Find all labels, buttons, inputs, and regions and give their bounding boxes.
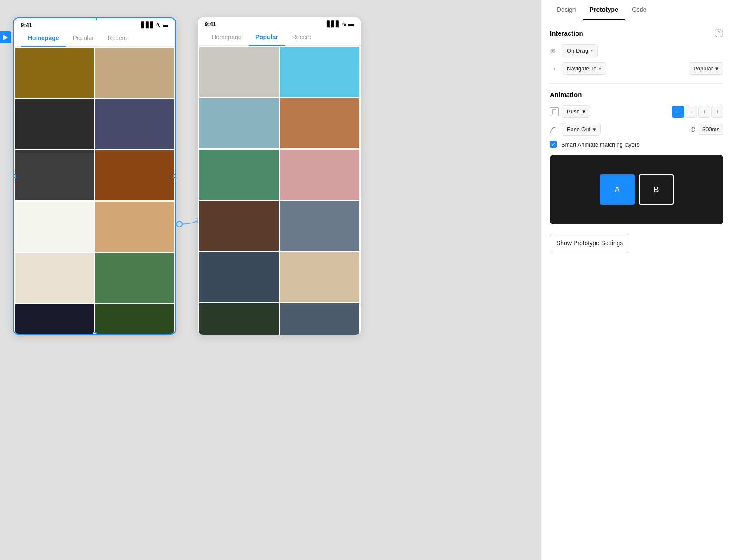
checkmark-icon: ✓ bbox=[552, 142, 556, 147]
phone-nav-tabs: Homepage Popular Recent bbox=[14, 30, 175, 47]
tab-popular[interactable]: Popular bbox=[66, 30, 101, 47]
animation-preview: A B bbox=[550, 155, 723, 224]
preview-boxes: A B bbox=[600, 174, 674, 205]
easing-label: Ease Out bbox=[567, 126, 590, 133]
status-icons: ▋▋▋ ∿ ▬ bbox=[141, 22, 168, 28]
handle-tm[interactable] bbox=[93, 17, 97, 20]
popular-grid-image-9 bbox=[199, 252, 279, 302]
popular-grid-image-6 bbox=[280, 150, 359, 200]
handle-bm[interactable] bbox=[93, 332, 97, 335]
help-icon[interactable]: ? bbox=[715, 29, 723, 37]
easing-curve-icon bbox=[550, 125, 559, 134]
trigger-label: On Drag bbox=[567, 47, 588, 54]
popular-frame: Popular 9:41 ▋▋▋ ∿ ▬ Homepage Popular Re… bbox=[198, 17, 361, 335]
navigate-chevron: ▾ bbox=[599, 66, 601, 71]
svg-point-0 bbox=[177, 221, 182, 227]
popular-grid-image-1 bbox=[199, 47, 279, 97]
image-grid-popular bbox=[198, 46, 361, 335]
tab-prototype[interactable]: Prototype bbox=[583, 0, 625, 20]
preview-box-b: B bbox=[639, 174, 674, 205]
dir-down-btn[interactable]: ↓ bbox=[698, 106, 710, 118]
easing-dropdown[interactable]: Ease Out ▾ bbox=[562, 123, 601, 136]
timer-icon: ⏱ bbox=[690, 126, 696, 133]
panel-content: Interaction ? ⊕ On Drag ▾ → Navigate To … bbox=[541, 20, 732, 560]
handle-br[interactable] bbox=[173, 332, 176, 335]
navigate-arrow-icon: → bbox=[550, 65, 559, 73]
tab-code[interactable]: Code bbox=[625, 0, 653, 20]
preview-box-a: A bbox=[600, 174, 635, 205]
popular-grid-image-11 bbox=[199, 303, 279, 335]
battery-icon: ▬ bbox=[163, 22, 168, 28]
dir-right-btn[interactable]: → bbox=[685, 106, 697, 118]
status-time: 9:41 bbox=[21, 22, 32, 28]
grid-image-11 bbox=[15, 304, 94, 335]
dir-left-btn[interactable]: ← bbox=[672, 106, 684, 118]
signal-icon: ▋▋▋ bbox=[141, 22, 154, 28]
prototype-settings-label: Show Prototype Settings bbox=[556, 240, 623, 247]
popular-tab-recent[interactable]: Recent bbox=[285, 29, 318, 46]
canvas: Homepage 9:41 ▋▋▋ ∿ ▬ Homepage Popular R… bbox=[0, 0, 541, 560]
wifi-icon: ∿ bbox=[156, 22, 161, 28]
smart-animate-label: Smart Animate matching layers bbox=[561, 141, 639, 148]
popular-grid-image-12 bbox=[280, 303, 359, 335]
interaction-title: Interaction bbox=[550, 30, 583, 37]
handle-tl[interactable] bbox=[13, 17, 16, 20]
popular-grid-image-8 bbox=[280, 201, 359, 251]
play-button[interactable] bbox=[0, 31, 11, 43]
animation-title: Animation bbox=[550, 91, 582, 98]
handle-bl[interactable] bbox=[13, 332, 16, 335]
popular-tab-popular[interactable]: Popular bbox=[249, 29, 285, 46]
navigate-to-label: Navigate To bbox=[567, 65, 596, 72]
popular-status-bar: 9:41 ▋▋▋ ∿ ▬ bbox=[198, 17, 361, 29]
handle-lm[interactable] bbox=[13, 174, 16, 178]
popular-status-time: 9:41 bbox=[205, 21, 216, 27]
popular-grid-image-5 bbox=[199, 150, 279, 200]
grid-image-10 bbox=[95, 253, 174, 303]
animation-type-chevron: ▾ bbox=[582, 108, 586, 115]
handle-tr[interactable] bbox=[173, 17, 176, 20]
grid-image-2 bbox=[95, 48, 174, 98]
direction-buttons: ← → ↓ ↑ bbox=[672, 106, 723, 118]
grid-image-1 bbox=[15, 48, 94, 98]
grid-image-8 bbox=[95, 202, 174, 252]
dir-up-btn[interactable]: ↑ bbox=[711, 106, 723, 118]
easing-row: Ease Out ▾ ⏱ 300ms bbox=[550, 123, 723, 136]
navigate-to-dropdown[interactable]: Navigate To ▾ bbox=[562, 62, 606, 75]
smart-animate-checkbox[interactable]: ✓ bbox=[550, 141, 557, 148]
popular-grid-image-4 bbox=[280, 98, 359, 148]
navigate-row: → Navigate To ▾ Popular ▾ bbox=[550, 62, 723, 75]
trigger-row: ⊕ On Drag ▾ bbox=[550, 44, 723, 57]
right-panel: Design Prototype Code Interaction ? ⊕ On… bbox=[541, 0, 732, 560]
grid-image-12 bbox=[95, 304, 174, 335]
tab-recent[interactable]: Recent bbox=[101, 30, 134, 47]
trigger-chevron: ▾ bbox=[591, 48, 593, 53]
timing-value[interactable]: 300ms bbox=[699, 124, 723, 135]
grid-image-6 bbox=[95, 150, 174, 200]
grid-image-7 bbox=[15, 202, 94, 252]
homepage-frame: Homepage 9:41 ▋▋▋ ∿ ▬ Homepage Popular R… bbox=[13, 17, 176, 335]
destination-dropdown[interactable]: Popular ▾ bbox=[689, 62, 723, 75]
destination-chevron: ▾ bbox=[715, 65, 719, 72]
animation-type-label: Push bbox=[567, 108, 580, 115]
popular-signal-icon: ▋▋▋ bbox=[327, 21, 340, 27]
popular-status-icons: ▋▋▋ ∿ ▬ bbox=[327, 21, 354, 27]
tab-homepage[interactable]: Homepage bbox=[21, 30, 66, 47]
play-icon bbox=[3, 35, 8, 40]
handle-rm[interactable] bbox=[173, 174, 176, 178]
animation-controls: Push ▾ ← → ↓ ↑ bbox=[550, 105, 723, 118]
image-grid-homepage bbox=[14, 47, 175, 335]
animation-section-header: Animation bbox=[550, 91, 723, 98]
popular-grid-image-2 bbox=[280, 47, 359, 97]
grid-image-5 bbox=[15, 150, 94, 200]
popular-wifi-icon: ∿ bbox=[342, 21, 346, 27]
drag-icon: ⊕ bbox=[550, 47, 559, 55]
trigger-dropdown[interactable]: On Drag ▾ bbox=[562, 44, 598, 57]
animation-type-dropdown[interactable]: Push ▾ bbox=[562, 105, 590, 118]
prototype-settings-button[interactable]: Show Prototype Settings bbox=[550, 233, 629, 253]
popular-tab-homepage[interactable]: Homepage bbox=[205, 29, 249, 46]
push-type-icon bbox=[550, 107, 559, 116]
grid-image-4 bbox=[95, 99, 174, 149]
popular-phone-tabs: Homepage Popular Recent bbox=[198, 29, 361, 46]
tab-design[interactable]: Design bbox=[550, 0, 583, 20]
popular-grid-image-7 bbox=[199, 201, 279, 251]
